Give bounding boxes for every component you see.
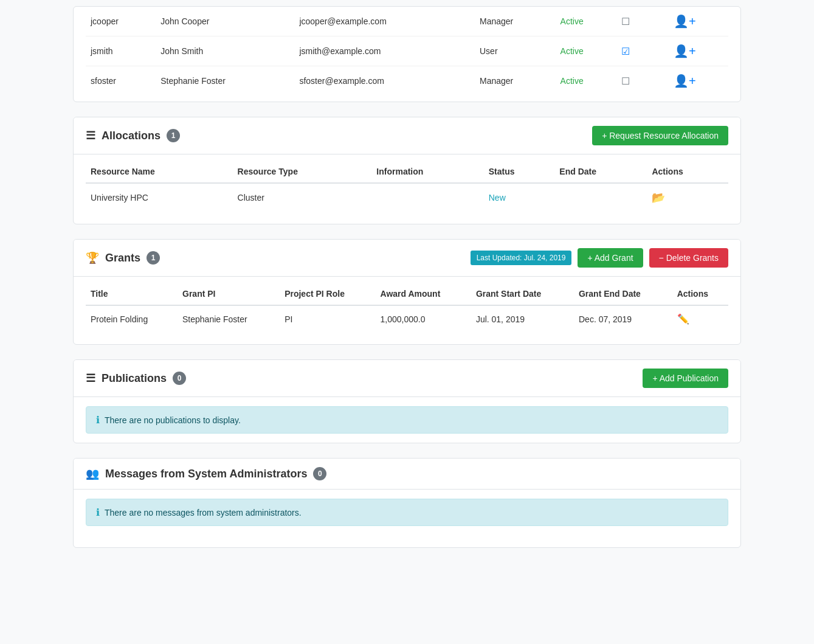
user-edit-icon: 👤+ xyxy=(674,44,696,58)
grants-card: 🏆 Grants 1 Last Updated: Jul. 24, 2019 +… xyxy=(73,239,741,345)
users-table: jcooper John Cooper jcooper@example.com … xyxy=(86,7,728,95)
messages-empty-alert: ℹ There are no messages from system admi… xyxy=(86,499,728,526)
grant-pi-cell: Stephanie Foster xyxy=(178,305,280,332)
grants-table-wrapper: Title Grant PI Project PI Role Award Amo… xyxy=(74,277,740,344)
email-cell: jcooper@example.com xyxy=(294,7,475,36)
col-grant-start-date: Grant Start Date xyxy=(471,283,574,305)
grants-header-right: Last Updated: Jul. 24, 2019 + Add Grant … xyxy=(471,248,728,268)
messages-title: Messages from System Administrators xyxy=(105,468,307,480)
fullname-cell: John Cooper xyxy=(156,7,294,36)
action-cell[interactable]: 📂 xyxy=(647,183,728,212)
allocations-header-left: ☰ Allocations 1 xyxy=(86,129,180,142)
action-cell[interactable]: 👤+ xyxy=(669,36,728,66)
publications-empty-alert: ℹ There are no publications to display. xyxy=(86,406,728,434)
info-icon: ℹ xyxy=(96,507,100,518)
request-allocation-button[interactable]: + Request Resource Allocation xyxy=(592,126,728,145)
user-edit-icon: 👤+ xyxy=(674,74,696,88)
email-cell: jsmith@example.com xyxy=(294,36,475,66)
grant-end-date-cell: Dec. 07, 2019 xyxy=(574,305,672,332)
messages-bottom-padding xyxy=(74,535,740,547)
grants-table: Title Grant PI Project PI Role Award Amo… xyxy=(86,283,728,332)
project-pi-role-cell: PI xyxy=(280,305,375,332)
info-icon: ℹ xyxy=(96,414,100,426)
publications-empty-message: There are no publications to display. xyxy=(105,415,241,425)
end-date-cell xyxy=(554,183,647,212)
messages-header-left: 👥 Messages from System Administrators 0 xyxy=(86,467,326,480)
list-icon: ☰ xyxy=(86,372,95,385)
col-information: Information xyxy=(371,161,483,183)
status-cell: Active xyxy=(556,66,617,96)
status-cell: Active xyxy=(556,36,617,66)
messages-header: 👥 Messages from System Administrators 0 xyxy=(74,459,740,490)
col-project-pi-role: Project PI Role xyxy=(280,283,375,305)
table-row: University HPC Cluster New 📂 xyxy=(86,183,728,212)
publications-card: ☰ Publications 0 + Add Publication ℹ The… xyxy=(73,359,741,443)
role-cell: Manager xyxy=(475,66,556,96)
allocations-card: ☰ Allocations 1 + Request Resource Alloc… xyxy=(73,117,741,224)
checkbox-cell[interactable]: ☑ xyxy=(616,36,650,66)
publications-header-left: ☰ Publications 0 xyxy=(86,372,186,385)
col-resource-type: Resource Type xyxy=(233,161,372,183)
award-amount-cell: 1,000,000.0 xyxy=(376,305,471,332)
status-cell: New xyxy=(484,183,555,212)
grant-action-cell[interactable]: ✏️ xyxy=(672,305,728,332)
status-cell: Active xyxy=(556,7,617,36)
checkbox-cell[interactable]: ☐ xyxy=(616,7,650,36)
spacer-cell xyxy=(650,36,669,66)
grants-table-header-row: Title Grant PI Project PI Role Award Amo… xyxy=(86,283,728,305)
table-row: jsmith John Smith jsmith@example.com Use… xyxy=(86,36,728,66)
messages-empty-message: There are no messages from system admini… xyxy=(105,508,302,518)
messages-badge: 0 xyxy=(313,467,326,480)
folder-icon: 📂 xyxy=(652,192,665,204)
allocations-header: ☰ Allocations 1 + Request Resource Alloc… xyxy=(74,117,740,154)
col-end-date: End Date xyxy=(554,161,647,183)
fullname-cell: John Smith xyxy=(156,36,294,66)
allocations-table: Resource Name Resource Type Information … xyxy=(86,161,728,212)
table-row: jcooper John Cooper jcooper@example.com … xyxy=(86,7,728,36)
email-cell: sfoster@example.com xyxy=(294,66,475,96)
group-icon: 👥 xyxy=(86,467,99,480)
grants-badge: 1 xyxy=(147,251,160,265)
messages-card: 👥 Messages from System Administrators 0 … xyxy=(73,458,741,548)
col-grant-end-date: Grant End Date xyxy=(574,283,672,305)
resource-name-cell: University HPC xyxy=(86,183,233,212)
users-table-wrapper: jcooper John Cooper jcooper@example.com … xyxy=(74,7,740,102)
add-grant-button[interactable]: + Add Grant xyxy=(578,248,643,268)
col-status: Status xyxy=(484,161,555,183)
allocations-table-wrapper: Resource Name Resource Type Information … xyxy=(74,154,740,224)
list-icon: ☰ xyxy=(86,129,95,142)
spacer-cell xyxy=(650,66,669,96)
col-actions: Actions xyxy=(672,283,728,305)
publications-header: ☰ Publications 0 + Add Publication xyxy=(74,360,740,397)
allocations-badge: 1 xyxy=(167,129,180,142)
user-edit-icon: 👤+ xyxy=(674,15,696,28)
username-cell: sfoster xyxy=(86,66,156,96)
allocations-table-header-row: Resource Name Resource Type Information … xyxy=(86,161,728,183)
page-wrapper: jcooper John Cooper jcooper@example.com … xyxy=(61,0,753,587)
trophy-icon: 🏆 xyxy=(86,251,99,265)
grants-header-left: 🏆 Grants 1 xyxy=(86,251,160,265)
allocations-title: Allocations xyxy=(102,130,160,142)
role-cell: User xyxy=(475,36,556,66)
users-card: jcooper John Cooper jcooper@example.com … xyxy=(73,6,741,102)
col-actions: Actions xyxy=(647,161,728,183)
delete-grants-button[interactable]: − Delete Grants xyxy=(649,248,728,268)
col-title: Title xyxy=(86,283,178,305)
action-cell[interactable]: 👤+ xyxy=(669,7,728,36)
action-cell[interactable]: 👤+ xyxy=(669,66,728,96)
col-resource-name: Resource Name xyxy=(86,161,233,183)
username-cell: jcooper xyxy=(86,7,156,36)
grants-header: 🏆 Grants 1 Last Updated: Jul. 24, 2019 +… xyxy=(74,240,740,277)
publications-badge: 0 xyxy=(173,372,186,385)
information-cell xyxy=(371,183,483,212)
col-grant-pi: Grant PI xyxy=(178,283,280,305)
table-row: sfoster Stephanie Foster sfoster@example… xyxy=(86,66,728,96)
grant-start-date-cell: Jul. 01, 2019 xyxy=(471,305,574,332)
grants-title: Grants xyxy=(105,252,140,265)
username-cell: jsmith xyxy=(86,36,156,66)
add-publication-button[interactable]: + Add Publication xyxy=(643,369,728,388)
table-row: Protein Folding Stephanie Foster PI 1,00… xyxy=(86,305,728,332)
edit-icon: ✏️ xyxy=(677,314,689,324)
checkbox-cell[interactable]: ☐ xyxy=(616,66,650,96)
spacer-cell xyxy=(650,7,669,36)
